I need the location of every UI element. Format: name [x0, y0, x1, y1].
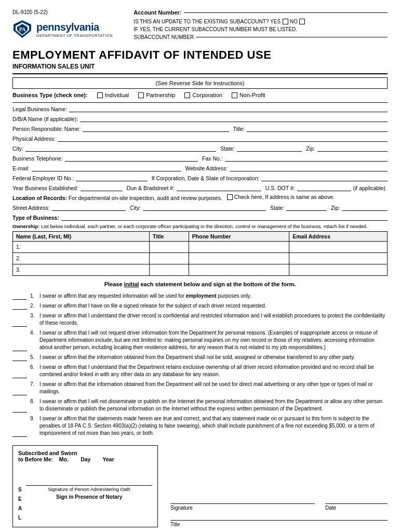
city-field[interactable]	[25, 144, 216, 152]
initial-blank-6[interactable]	[12, 371, 27, 378]
col-phone: Phone Number	[189, 231, 289, 241]
yes-checkbox[interactable]	[283, 19, 288, 24]
corporation-checkbox[interactable]	[184, 92, 190, 98]
federal-id-field[interactable]	[76, 174, 147, 181]
list-item: 4. I swear or affirm that I will not req…	[12, 329, 388, 351]
website-label: Website Address:	[185, 165, 228, 171]
if-corporation-label: If Corporation, Date & State of Incorpor…	[152, 175, 260, 181]
col-name: Name (Last, First, MI)	[13, 231, 150, 241]
main-title: EMPLOYMENT AFFIDAVIT OF INTENDED USE	[12, 48, 388, 62]
location-checkbox-label: Check here, If address is same as above.	[234, 194, 335, 200]
row1-phone[interactable]	[189, 241, 289, 252]
logo-dept-name: DEPARTMENT OF TRANSPORTATION	[36, 33, 113, 38]
update-question: IS THIS AN UPDATE TO THE EXISTING SUBACC…	[134, 18, 281, 25]
title-label-sign: Title	[170, 522, 388, 527]
location-label: Location of Records:	[12, 195, 67, 201]
list-item: 5. I swear or affirm that the informatio…	[12, 354, 388, 361]
website-field[interactable]	[230, 164, 388, 171]
dun-bradstreet-field[interactable]	[177, 184, 261, 191]
logo-state-name: pennsylvania	[36, 21, 113, 33]
date-label: Date	[325, 505, 388, 511]
fax-field[interactable]	[225, 154, 388, 162]
row1-name[interactable]: 1.	[13, 241, 150, 252]
initial-blank-5[interactable]	[12, 354, 27, 361]
individual-option[interactable]: Individual	[97, 92, 129, 98]
dba-label: D/B/A Name (if applicable):	[12, 116, 78, 122]
initial-blank-1[interactable]	[12, 292, 27, 300]
email-label: E-mail:	[12, 165, 30, 171]
physical-address-field[interactable]	[58, 135, 388, 142]
nonprofit-checkbox[interactable]	[232, 92, 237, 98]
table-row: 1.	[13, 241, 388, 252]
list-item: 2. I swear or affirm that I have on file…	[12, 302, 388, 310]
row3-email[interactable]	[289, 264, 388, 275]
ownership-note-text: List below individual, each partner, or …	[41, 223, 368, 229]
row1-title[interactable]	[149, 241, 189, 252]
row1-email[interactable]	[289, 241, 388, 252]
type-of-business-field[interactable]	[61, 214, 388, 221]
list-item: 7. I swear or affirm that the informatio…	[12, 381, 388, 395]
location-note: For departmental on-site inspection, aud…	[69, 195, 222, 201]
mo-label: Mo.	[59, 456, 69, 462]
corporation-label: Corporation	[192, 92, 222, 98]
row3-title[interactable]	[149, 264, 189, 275]
federal-id-label: Federal Employer ID No.:	[12, 175, 74, 181]
initial-blank-7[interactable]	[12, 388, 27, 395]
corporation-option[interactable]: Corporation	[184, 92, 222, 98]
title-field-person[interactable]	[247, 125, 388, 132]
subaccount-field[interactable]	[196, 37, 388, 37]
type-of-business-label: Type of Business:	[12, 215, 59, 221]
sub-title: INFORMATION SALES UNIT	[12, 63, 388, 70]
year-established-field[interactable]	[81, 184, 123, 191]
account-number-label: Account Number:	[134, 9, 181, 16]
initial-blank-8[interactable]	[12, 405, 27, 413]
day-label: Day	[81, 456, 90, 462]
if-applicable-label: (if applicable)	[353, 185, 385, 191]
individual-checkbox[interactable]	[97, 92, 103, 98]
email-field[interactable]	[32, 164, 181, 171]
initial-blank-4[interactable]	[12, 344, 27, 351]
street-address-field[interactable]	[52, 204, 126, 211]
row2-name[interactable]: 2.	[13, 252, 150, 264]
location-state-label: State:	[270, 205, 284, 211]
zip-field[interactable]	[317, 144, 388, 152]
seal-letters: S E A L	[18, 485, 22, 523]
initial-blank-3[interactable]	[12, 320, 27, 327]
row2-phone[interactable]	[189, 252, 289, 264]
legal-name-field[interactable]	[69, 105, 388, 112]
dba-field[interactable]	[80, 115, 388, 122]
title-label-person: Title:	[233, 126, 245, 132]
location-state-field[interactable]	[286, 204, 327, 211]
row2-title[interactable]	[149, 252, 189, 264]
to-before-label: to Before Me:	[18, 456, 53, 462]
list-item: 1. I swear or affirm that any requested …	[12, 292, 388, 300]
usdot-field[interactable]	[297, 184, 351, 191]
col-email: Email Address	[289, 231, 388, 241]
state-field[interactable]	[237, 144, 302, 152]
row3-name[interactable]: 3.	[13, 264, 150, 275]
partnership-checkbox[interactable]	[138, 92, 144, 98]
nonprofit-label: Non-Profit	[239, 92, 265, 98]
telephone-field[interactable]	[65, 154, 198, 162]
location-zip-field[interactable]	[342, 204, 388, 211]
row2-email[interactable]	[289, 252, 388, 264]
location-same-checkbox[interactable]	[227, 194, 233, 200]
row3-phone[interactable]	[189, 264, 289, 275]
location-city-field[interactable]	[143, 204, 266, 211]
telephone-label: Business Telephone:	[12, 155, 63, 162]
if-corporation-field[interactable]	[261, 174, 388, 181]
initial-blank-9[interactable]	[12, 430, 27, 437]
partnership-option[interactable]: Partnership	[138, 92, 175, 98]
initial-blank-2[interactable]	[12, 302, 27, 310]
list-item: 3. I swear or affirm that I understand t…	[12, 312, 388, 327]
pa-shield-icon: PA	[12, 19, 32, 39]
no-checkbox[interactable]	[299, 19, 305, 24]
table-row: 2.	[13, 252, 388, 264]
no-label: NO	[290, 18, 298, 25]
subscribed-box: Subscribed and Sworn to Before Me: Mo. D…	[12, 445, 158, 527]
nonprofit-option[interactable]: Non-Profit	[232, 92, 265, 98]
person-responsible-field[interactable]	[83, 125, 229, 132]
form-id: DL-9105 (5-22)	[12, 9, 113, 15]
account-number-field[interactable]	[184, 12, 388, 13]
seal-notary-label: Sign in Presence of Notary	[26, 494, 152, 500]
